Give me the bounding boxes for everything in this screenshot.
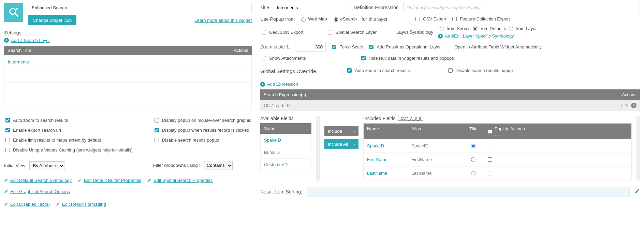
available-fields-label: Available Fields: [260, 116, 311, 121]
included-field-row[interactable]: LastName LastName: [364, 167, 631, 180]
chk-open-attr[interactable]: Open in Attribute Table Widget Automatic…: [445, 44, 542, 50]
available-field-item[interactable]: BurialID: [261, 146, 311, 159]
zoom-scale-input[interactable]: [295, 42, 326, 52]
initial-view-select[interactable]: By Attribute: [29, 161, 64, 170]
expression-name: CC7_A_6_8: [264, 103, 290, 108]
title-radio[interactable]: [471, 144, 475, 148]
title-input[interactable]: [274, 3, 349, 12]
edit-spatial-search[interactable]: Edit Spatial Search Properties: [147, 178, 213, 183]
title-radio[interactable]: [471, 157, 475, 162]
defexpr-input[interactable]: [403, 3, 640, 12]
edit-sorting-button[interactable]: [634, 188, 640, 195]
result-sorting-label: Result Item Sorting:: [260, 189, 302, 194]
plus-icon: +: [438, 34, 443, 39]
table-row: [4, 96, 251, 110]
scrollbar[interactable]: [636, 116, 640, 181]
title-radio[interactable]: [471, 171, 475, 175]
chk-popup-mouse[interactable]: Display popup on mouse-over search graph…: [153, 117, 251, 124]
radio-webmap[interactable]: Web Map: [299, 16, 327, 22]
radio-from-layer[interactable]: from Layer: [507, 26, 537, 31]
chk-add-result-op[interactable]: Add Result as Operational Layer: [368, 44, 441, 50]
chevron-right-icon: ›: [354, 142, 355, 147]
chk-limitextent[interactable]: Enable limit results to maps extent by d…: [4, 137, 133, 143]
svg-point-0: [10, 9, 16, 14]
pencil-icon: [634, 188, 640, 194]
add-expression-link[interactable]: +Add Expression: [260, 82, 298, 87]
chk-exporturl[interactable]: Enable export search url: [4, 127, 133, 133]
include-button[interactable]: Include›: [324, 126, 358, 136]
chk-disable-popup[interactable]: Disable search results popup: [153, 137, 251, 143]
filter-select[interactable]: Contains: [203, 161, 233, 170]
expression-row[interactable]: CC7_A_6_8 ↑ ↓ ✎ ✕: [260, 100, 640, 111]
use-popup-label: Use Popup from: [260, 16, 295, 22]
chk-show-attach[interactable]: Show Attachments: [260, 55, 306, 61]
popup-checkbox[interactable]: [488, 157, 492, 162]
gso-label: Global Settings Override: [260, 68, 316, 74]
layer-symbology-label: Layer Symbology: [396, 29, 433, 35]
chk-disablecache[interactable]: Disable Unique Values Caching (see widge…: [4, 147, 133, 153]
chk-ssl[interactable]: Spatial Search Layer: [326, 29, 377, 35]
widget-name-input[interactable]: [28, 3, 252, 12]
zoom-scale-label: Zoom scale 1:: [260, 44, 290, 49]
widget-icon[interactable]: e: [4, 3, 23, 22]
popup-checkbox[interactable]: [488, 171, 492, 175]
chk-popup-click[interactable]: Display popup when results record is cli…: [153, 127, 251, 133]
included-fields-header: Name Alias Title PopUp … Actions: [364, 124, 631, 139]
pencil-icon: [78, 178, 82, 182]
pencil-icon: [56, 202, 60, 206]
pencil-icon: [147, 178, 151, 182]
edit-icon[interactable]: ✎: [625, 103, 629, 108]
chk-autozoom2[interactable]: Auto zoom to search results: [346, 67, 410, 74]
pencil-icon: [4, 202, 8, 206]
for-this-layer-label: for this layer: [362, 16, 387, 22]
radio-from-defaults[interactable]: from Defaults: [471, 26, 506, 31]
table-row: [4, 83, 251, 96]
chevron-right-icon: ›: [354, 129, 355, 134]
move-up-icon[interactable]: ↑: [616, 103, 618, 108]
available-field-item[interactable]: SpaceID: [261, 134, 311, 146]
search-layer-row[interactable]: Interments: [4, 55, 251, 69]
plus-icon: +: [4, 38, 9, 43]
popup-checkbox[interactable]: [488, 144, 492, 148]
filter-label: Filter dropdowns using :: [153, 163, 200, 168]
svg-text:e: e: [16, 7, 18, 10]
plus-icon: +: [260, 82, 265, 87]
chk-autozoom[interactable]: Auto zoom to search results: [4, 117, 133, 124]
included-fields-label: Included Fields: [363, 116, 395, 121]
included-field-row[interactable]: SpaceID SpaceID: [364, 139, 631, 153]
search-icon: e: [8, 6, 19, 18]
radio-esearch[interactable]: eSearch: [332, 16, 357, 22]
included-field-row[interactable]: FirstName FirstName: [364, 153, 631, 167]
edit-graphical-search[interactable]: Edit Graphical Search Options: [4, 189, 70, 194]
add-edit-symbology-link[interactable]: +Add\Edit Layer Specific Symbology: [438, 33, 537, 39]
chk-hide-null[interactable]: Hide Null data in widget results and pop…: [360, 55, 454, 61]
result-sorting-box[interactable]: [307, 187, 630, 197]
initial-view-label: Initial View:: [4, 163, 27, 168]
edit-default-symbology[interactable]: Edit Default Search Symbology: [4, 178, 72, 183]
svg-line-1: [15, 14, 18, 17]
available-field-item[interactable]: CustomerID: [261, 159, 311, 171]
radio-from-server[interactable]: from Server: [438, 26, 470, 31]
title-label: Title: [260, 5, 269, 10]
defexpr-label: Definition Expression: [354, 5, 399, 10]
chk-geojson[interactable]: GeoJSON Export: [260, 29, 303, 35]
edit-default-buffer[interactable]: Edit Default Buffer Properties: [78, 178, 141, 183]
include-all-button[interactable]: Include All›: [324, 139, 358, 149]
chk-disable-popup2[interactable]: Disable search results popup: [447, 67, 513, 74]
move-down-icon[interactable]: ↓: [620, 103, 623, 108]
change-icon-button[interactable]: Change widget icon: [28, 15, 76, 25]
expression-tag: CC7_A_6_8: [398, 116, 423, 121]
delete-icon[interactable]: ✕: [631, 103, 636, 108]
scrollbar[interactable]: [316, 116, 320, 181]
edit-disabled-tabs[interactable]: Edit Disabled Tab(s): [4, 202, 50, 207]
popup-all-checkbox[interactable]: [488, 129, 492, 134]
add-search-layer-link[interactable]: + Add a Search Layer: [4, 38, 50, 43]
pencil-icon: [4, 178, 8, 182]
chk-fce[interactable]: Feature Collection Export: [451, 16, 510, 22]
expression-header: Search Expression(s)Actions: [260, 89, 640, 100]
chk-force-scale[interactable]: Force Scale: [331, 44, 363, 50]
table-row: [4, 69, 251, 83]
learn-more-link[interactable]: Learn more about this widget: [194, 18, 252, 23]
chk-csv[interactable]: CSV Export: [414, 16, 446, 22]
edit-result-formatting[interactable]: Edit Result Formatting: [56, 202, 106, 207]
